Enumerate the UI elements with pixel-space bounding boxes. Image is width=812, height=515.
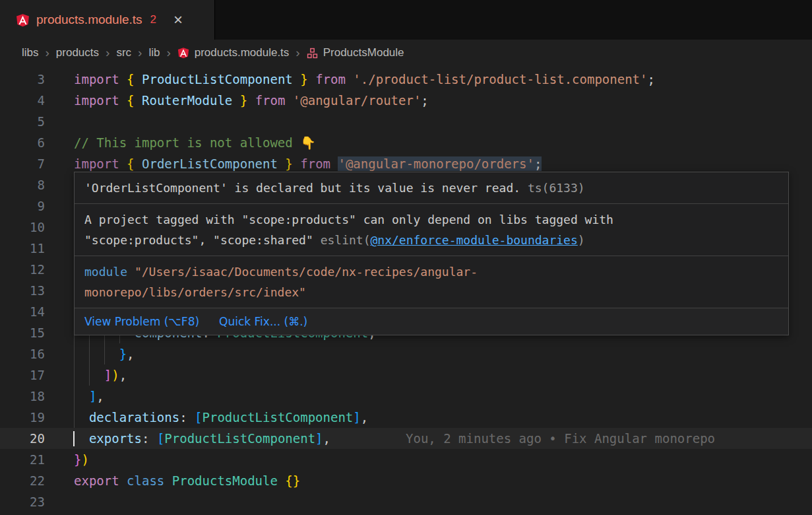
code-token: { — [127, 93, 134, 108]
code-token: } — [285, 156, 292, 171]
code-content: import { ProductListComponent } from './… — [74, 69, 655, 90]
hover-ts-message: 'OrderListComponent' is declared but its… — [75, 172, 788, 204]
code-line-4[interactable]: 4import { RouterModule } from '@angular/… — [0, 90, 812, 111]
code-line-21[interactable]: 21}) — [0, 449, 812, 470]
code-token: from — [315, 72, 346, 86]
breadcrumb-separator: › — [46, 46, 49, 60]
line-number[interactable]: 9 — [0, 195, 45, 217]
module-path-line2: monorepo/libs/orders/src/index" — [84, 282, 778, 302]
code-token: ProductListComponent — [164, 431, 315, 446]
line-number[interactable]: 21 — [0, 449, 45, 470]
code-token — [278, 156, 285, 171]
editor[interactable]: 3import { ProductListComponent } from '.… — [0, 66, 812, 515]
code-token: RouterModule — [142, 93, 232, 108]
view-problem-button[interactable]: View Problem (⌥F8) — [84, 313, 199, 330]
code-token: from — [300, 156, 330, 171]
angular-icon — [177, 46, 189, 59]
quick-fix-button[interactable]: Quick Fix... (⌘.) — [219, 313, 307, 330]
code-line-3[interactable]: 3import { ProductListComponent } from '.… — [0, 69, 812, 90]
tab-title: products.module.ts — [36, 13, 142, 27]
breadcrumb-item-productsmodule[interactable]: ProductsModule — [307, 46, 404, 59]
line-number[interactable]: 5 — [0, 111, 45, 132]
line-number[interactable]: 16 — [0, 343, 45, 364]
module-keyword: module — [84, 265, 127, 279]
line-number[interactable]: 17 — [0, 364, 45, 386]
code-line-18[interactable]: 18], — [0, 386, 812, 407]
code-token — [119, 72, 127, 86]
line-number[interactable]: 12 — [0, 259, 45, 280]
code-token: { — [127, 156, 134, 171]
eslint-message-line2: "scope:products", "scope:shared" eslint(… — [84, 230, 778, 250]
line-number[interactable]: 15 — [0, 322, 45, 343]
code-line-5[interactable]: 5 — [0, 111, 812, 132]
code-line-20[interactable]: 20 exports: [ProductListComponent],You, … — [0, 428, 812, 449]
tab-problems-badge: 2 — [150, 13, 156, 26]
code-token — [346, 72, 353, 86]
code-line-22[interactable]: 22export class ProductsModule {} — [0, 470, 812, 491]
line-number[interactable]: 20 — [0, 428, 45, 449]
code-line-23[interactable]: 23 — [0, 491, 812, 512]
code-token: class — [127, 473, 164, 488]
code-token: ] — [89, 389, 96, 403]
indent-guide — [74, 364, 89, 386]
line-number[interactable]: 22 — [0, 470, 45, 491]
breadcrumb-item-libs[interactable]: libs — [22, 46, 39, 59]
text-cursor — [73, 431, 75, 446]
breadcrumb-item-products-module-ts[interactable]: products.module.ts — [177, 46, 290, 59]
code-token — [330, 156, 338, 171]
line-number[interactable]: 14 — [0, 301, 45, 322]
line-number[interactable]: 6 — [0, 132, 45, 153]
code-token: {} — [285, 473, 300, 488]
line-number[interactable]: 4 — [0, 90, 45, 111]
code-token — [119, 473, 127, 488]
code-line-16[interactable]: 16}, — [0, 343, 812, 364]
line-number[interactable]: 23 — [0, 491, 45, 512]
tab-close-button[interactable]: × — [173, 12, 183, 28]
line-number[interactable]: 19 — [0, 407, 45, 428]
code-token: ) — [81, 452, 88, 467]
line-number[interactable]: 11 — [0, 238, 45, 259]
indent-guide — [74, 343, 89, 364]
code-content: exports: [ProductListComponent],You, 2 m… — [74, 428, 715, 449]
hover-popup: 'OrderListComponent' is declared but its… — [74, 172, 789, 335]
code-line-17[interactable]: 17]), — [0, 364, 812, 386]
hover-module-info: module "/Users/isaac/Documents/code/nx-r… — [75, 256, 788, 308]
line-number[interactable]: 3 — [0, 69, 45, 90]
eslint-message-text: "scope:products", "scope:shared" — [84, 233, 321, 247]
hover-eslint-message: A project tagged with "scope:products" c… — [75, 204, 788, 256]
code-token: } — [119, 347, 127, 361]
line-number[interactable]: 10 — [0, 217, 45, 238]
eslint-rule-link[interactable]: @nx/enforce-module-boundaries — [370, 233, 577, 247]
line-number[interactable]: 8 — [0, 174, 45, 195]
code-token — [119, 156, 127, 171]
code-token: exports — [89, 431, 142, 446]
eslint-source-close: ) — [578, 233, 585, 247]
code-token: export — [74, 473, 119, 488]
code-line-6[interactable]: 6// This import is not allowed 👇 — [0, 132, 812, 153]
breadcrumb-item-products[interactable]: products — [56, 46, 99, 59]
editor-tab[interactable]: products.module.ts 2 × — [0, 0, 215, 40]
code-token: ] — [104, 368, 111, 382]
code-token — [308, 72, 315, 86]
line-number[interactable]: 18 — [0, 386, 45, 407]
code-token — [164, 473, 172, 488]
breadcrumb-item-lib[interactable]: lib — [148, 46, 160, 59]
breadcrumb-item-src[interactable]: src — [116, 46, 131, 59]
indent-guide — [104, 343, 119, 364]
code-token — [293, 72, 300, 86]
code-content: ], — [74, 386, 104, 407]
indent-guide — [74, 407, 89, 428]
line-number[interactable]: 13 — [0, 280, 45, 301]
code-line-19[interactable]: 19declarations: [ProductListComponent], — [0, 407, 812, 428]
code-token: ProductListComponent — [203, 410, 354, 425]
hover-status-bar: View Problem (⌥F8) Quick Fix... (⌘.) — [75, 308, 788, 335]
code-token — [74, 431, 89, 446]
code-token: declarations — [89, 410, 179, 425]
code-token: { — [127, 72, 134, 86]
indent-guide — [89, 343, 104, 364]
code-token: OrderListComponent — [142, 156, 278, 171]
code-token: './product-list/product-list.component' — [353, 72, 647, 86]
code-token: ) — [111, 368, 119, 382]
code-token: , — [119, 368, 127, 382]
line-number[interactable]: 7 — [0, 153, 45, 174]
